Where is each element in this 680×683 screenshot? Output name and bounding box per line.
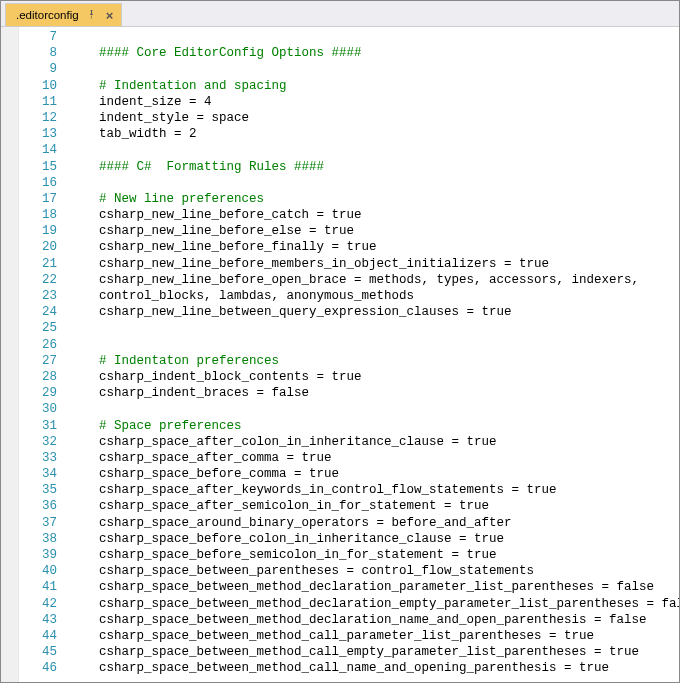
code-line[interactable] xyxy=(67,175,679,191)
line-number: 30 xyxy=(19,401,57,417)
code-line[interactable]: csharp_space_before_comma = true xyxy=(67,466,679,482)
line-number: 35 xyxy=(19,482,57,498)
line-number: 41 xyxy=(19,579,57,595)
line-number: 25 xyxy=(19,320,57,336)
code-line[interactable]: csharp_space_between_method_call_name_an… xyxy=(67,660,679,676)
line-number: 10 xyxy=(19,78,57,94)
line-number: 20 xyxy=(19,239,57,255)
line-number: 37 xyxy=(19,515,57,531)
code-line[interactable]: csharp_new_line_before_else = true xyxy=(67,223,679,239)
line-number: 15 xyxy=(19,159,57,175)
line-number: 42 xyxy=(19,596,57,612)
code-line[interactable]: csharp_indent_block_contents = true xyxy=(67,369,679,385)
line-number: 21 xyxy=(19,256,57,272)
line-number: 44 xyxy=(19,628,57,644)
code-line[interactable] xyxy=(67,337,679,353)
code-line[interactable]: # New line preferences xyxy=(67,191,679,207)
line-number: 40 xyxy=(19,563,57,579)
code-line[interactable] xyxy=(67,320,679,336)
code-line[interactable]: csharp_space_before_colon_in_inheritance… xyxy=(67,531,679,547)
code-line[interactable]: indent_style = space xyxy=(67,110,679,126)
code-line[interactable]: csharp_space_between_method_declaration_… xyxy=(67,579,679,595)
editor-area[interactable]: 7891011121314151617181920212223242526272… xyxy=(1,27,679,682)
close-icon[interactable]: × xyxy=(104,8,116,23)
tab-title: .editorconfig xyxy=(16,9,79,21)
code-line[interactable]: csharp_space_after_keywords_in_control_f… xyxy=(67,482,679,498)
line-number: 14 xyxy=(19,142,57,158)
line-number: 38 xyxy=(19,531,57,547)
code-line[interactable] xyxy=(67,142,679,158)
line-number: 18 xyxy=(19,207,57,223)
code-line[interactable] xyxy=(67,61,679,77)
line-number: 24 xyxy=(19,304,57,320)
code-line[interactable]: csharp_new_line_between_query_expression… xyxy=(67,304,679,320)
code-line[interactable]: control_blocks, lambdas, anonymous_metho… xyxy=(67,288,679,304)
line-number: 17 xyxy=(19,191,57,207)
code-content[interactable]: #### Core EditorConfig Options ##### Ind… xyxy=(63,27,679,682)
code-line[interactable]: indent_size = 4 xyxy=(67,94,679,110)
code-line[interactable]: #### C# Formatting Rules #### xyxy=(67,159,679,175)
code-line[interactable]: csharp_space_between_method_call_empty_p… xyxy=(67,644,679,660)
code-line[interactable]: csharp_space_between_parentheses = contr… xyxy=(67,563,679,579)
line-number: 16 xyxy=(19,175,57,191)
line-number: 9 xyxy=(19,61,57,77)
code-line[interactable]: csharp_space_before_semicolon_in_for_sta… xyxy=(67,547,679,563)
line-number: 12 xyxy=(19,110,57,126)
line-number: 45 xyxy=(19,644,57,660)
code-line[interactable]: csharp_space_after_colon_in_inheritance_… xyxy=(67,434,679,450)
code-line[interactable] xyxy=(67,29,679,45)
line-number: 43 xyxy=(19,612,57,628)
code-line[interactable]: # Space preferences xyxy=(67,418,679,434)
code-line[interactable]: #### Core EditorConfig Options #### xyxy=(67,45,679,61)
pin-icon[interactable] xyxy=(87,10,96,21)
line-number: 31 xyxy=(19,418,57,434)
line-number: 8 xyxy=(19,45,57,61)
line-number: 33 xyxy=(19,450,57,466)
line-number: 34 xyxy=(19,466,57,482)
line-number-gutter: 7891011121314151617181920212223242526272… xyxy=(19,27,63,682)
line-number: 13 xyxy=(19,126,57,142)
code-line[interactable]: # Indentaton preferences xyxy=(67,353,679,369)
code-line[interactable]: csharp_new_line_before_members_in_object… xyxy=(67,256,679,272)
tab-bar: .editorconfig × xyxy=(1,1,679,27)
editor-margin xyxy=(1,27,19,682)
code-line[interactable]: # Indentation and spacing xyxy=(67,78,679,94)
code-line[interactable] xyxy=(67,401,679,417)
line-number: 23 xyxy=(19,288,57,304)
active-tab[interactable]: .editorconfig × xyxy=(5,3,122,26)
code-line[interactable]: csharp_new_line_before_finally = true xyxy=(67,239,679,255)
code-line[interactable]: csharp_space_around_binary_operators = b… xyxy=(67,515,679,531)
code-line[interactable]: csharp_space_between_method_declaration_… xyxy=(67,596,679,612)
code-line[interactable]: csharp_new_line_before_open_brace = meth… xyxy=(67,272,679,288)
line-number: 39 xyxy=(19,547,57,563)
code-line[interactable]: csharp_space_after_comma = true xyxy=(67,450,679,466)
code-line[interactable]: csharp_space_between_method_call_paramet… xyxy=(67,628,679,644)
line-number: 28 xyxy=(19,369,57,385)
line-number: 19 xyxy=(19,223,57,239)
code-line[interactable]: tab_width = 2 xyxy=(67,126,679,142)
line-number: 22 xyxy=(19,272,57,288)
code-line[interactable]: csharp_indent_braces = false xyxy=(67,385,679,401)
code-line[interactable]: csharp_space_after_semicolon_in_for_stat… xyxy=(67,498,679,514)
line-number: 11 xyxy=(19,94,57,110)
line-number: 36 xyxy=(19,498,57,514)
code-line[interactable]: csharp_new_line_before_catch = true xyxy=(67,207,679,223)
line-number: 46 xyxy=(19,660,57,676)
line-number: 32 xyxy=(19,434,57,450)
code-line[interactable]: csharp_space_between_method_declaration_… xyxy=(67,612,679,628)
line-number: 29 xyxy=(19,385,57,401)
line-number: 27 xyxy=(19,353,57,369)
line-number: 26 xyxy=(19,337,57,353)
line-number: 7 xyxy=(19,29,57,45)
